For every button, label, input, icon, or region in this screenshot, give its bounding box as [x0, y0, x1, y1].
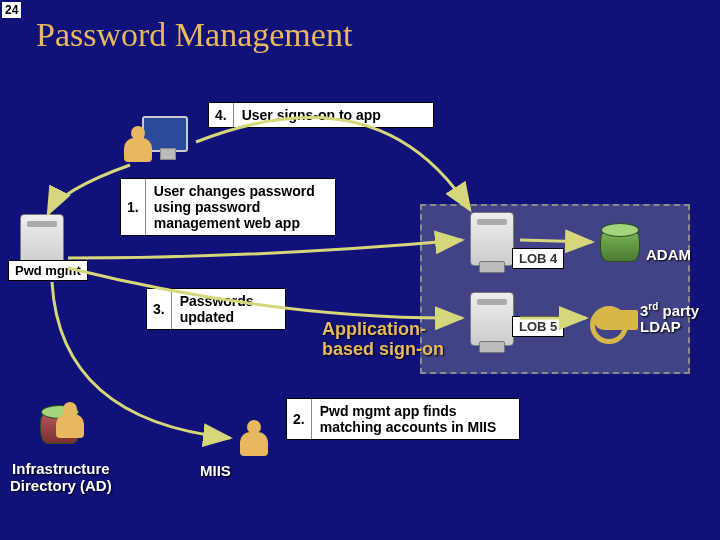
- server-lob4-icon: [470, 212, 514, 266]
- infra-line1: Infrastructure: [12, 460, 110, 477]
- step-1-text: User changes password using password man…: [146, 179, 335, 235]
- infra-line2: Directory (AD): [10, 477, 112, 494]
- adam-label: ADAM: [646, 246, 691, 263]
- adam-db-icon: [600, 228, 640, 262]
- lob4-label: LOB 4: [512, 248, 564, 269]
- step-2-box: 2. Pwd mgmt app finds matching accounts …: [286, 398, 520, 440]
- apps-zone: [420, 204, 690, 374]
- third-party-part2: party: [658, 302, 699, 319]
- step-3-text: Passwords updated: [172, 289, 285, 329]
- third-party-ldap-label: 3rd party LDAP: [640, 302, 699, 335]
- step-1-box: 1. User changes password using password …: [120, 178, 336, 236]
- page-number: 24: [2, 2, 21, 18]
- step-2-num: 2.: [287, 399, 312, 439]
- step-3-box: 3. Passwords updated: [146, 288, 286, 330]
- page-title: Password Management: [36, 16, 352, 54]
- step-2-text: Pwd mgmt app finds matching accounts in …: [312, 399, 519, 439]
- step-4-text: User signs-on to app: [234, 103, 389, 127]
- step-3-num: 3.: [147, 289, 172, 329]
- third-party-sup: rd: [648, 301, 658, 312]
- step-4-num: 4.: [209, 103, 234, 127]
- miis-user-icon: [240, 420, 268, 456]
- pwd-mgmt-label: Pwd mgmt: [8, 260, 88, 281]
- app-signon-label: Application- based sign-on: [322, 320, 444, 360]
- user-icon: [124, 126, 152, 162]
- third-party-line2: LDAP: [640, 318, 681, 335]
- ad-user-icon: [56, 402, 84, 438]
- step-1-num: 1.: [121, 179, 146, 235]
- lob5-label: LOB 5: [512, 316, 564, 337]
- infrastructure-directory-label: Infrastructure Directory (AD): [10, 460, 112, 495]
- app-signon-line2: based sign-on: [322, 339, 444, 359]
- server-lob5-icon: [470, 292, 514, 346]
- app-signon-line1: Application-: [322, 319, 426, 339]
- miis-label: MIIS: [200, 462, 231, 479]
- step-4-box: 4. User signs-on to app: [208, 102, 434, 128]
- third-party-ldap-key-icon: [594, 310, 638, 330]
